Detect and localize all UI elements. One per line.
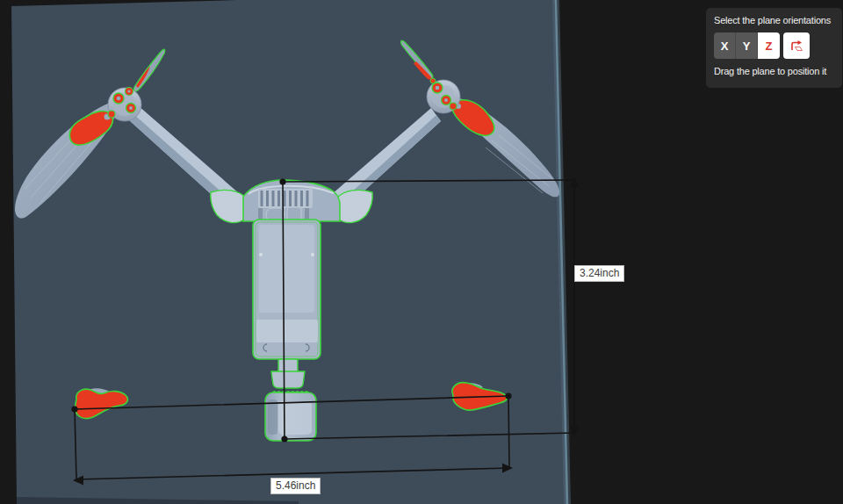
- panel-title: Select the plane orientations: [714, 15, 842, 25]
- horizontal-dimension-label: 5.46inch: [270, 478, 321, 494]
- plane-orientation-panel: Select the plane orientations X Y Z Drag…: [706, 8, 842, 88]
- drone-left-motor-hub: [108, 88, 141, 122]
- measure-point: [281, 436, 287, 442]
- plane-x-button[interactable]: X: [714, 32, 736, 59]
- flip-plane-button[interactable]: [783, 32, 810, 59]
- plane-y-button[interactable]: Y: [736, 32, 758, 59]
- arrow-up: [570, 176, 579, 187]
- flip-plane-icon: [789, 39, 804, 54]
- drone-gimbal-camera: [265, 392, 316, 441]
- drone-body: [253, 220, 321, 359]
- panel-hint: Drag the plane to position it: [714, 66, 842, 76]
- measure-point: [279, 178, 285, 184]
- measure-point: [71, 406, 77, 412]
- vertical-dimension-label: 3.24inch: [574, 265, 624, 282]
- plane-axis-segmented-control: X Y Z: [714, 32, 780, 59]
- drone-vent-grille: [262, 191, 307, 206]
- measure-point: [505, 392, 511, 399]
- plane-z-button[interactable]: Z: [758, 32, 780, 59]
- arrow-down: [570, 426, 579, 436]
